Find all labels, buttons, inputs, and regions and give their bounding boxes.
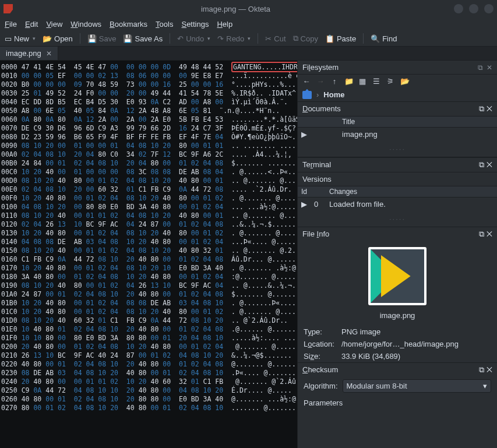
back-icon[interactable]: ←: [302, 77, 311, 86]
separator: [363, 33, 364, 44]
undo-button[interactable]: ↶ Undo ▾: [177, 34, 210, 43]
menu-file[interactable]: File: [5, 20, 17, 29]
chevron-down-icon[interactable]: ▾: [33, 36, 36, 41]
redo-button[interactable]: ↷ Redo ▾: [217, 34, 251, 43]
size-label: Size:: [304, 352, 341, 361]
document-tab[interactable]: image.png ✕: [0, 47, 58, 60]
chevron-down-icon: ▾: [483, 382, 487, 390]
find-button[interactable]: 🔍 Find: [371, 34, 397, 43]
close-panel-icon[interactable]: ✕: [487, 365, 492, 374]
list-icon[interactable]: ☰: [372, 77, 380, 86]
separator: [258, 33, 258, 44]
maximize-button[interactable]: [469, 4, 478, 13]
saveas-button[interactable]: 💾 Save As: [123, 34, 163, 43]
app-icon: [3, 4, 13, 13]
close-panel-icon[interactable]: ✕: [487, 230, 492, 238]
chevron-right-icon: ›: [316, 90, 319, 99]
type-value: PNG image: [341, 327, 380, 336]
separator: [170, 33, 170, 44]
detach-icon[interactable]: ⧉: [479, 104, 484, 113]
close-tab-icon[interactable]: ✕: [46, 50, 52, 58]
minimize-button[interactable]: [454, 4, 463, 13]
close-window-button[interactable]: [484, 4, 494, 13]
expand-icon[interactable]: ▶: [301, 200, 314, 209]
menu-bookmarks[interactable]: Bookmarks: [110, 20, 147, 29]
close-panel-icon[interactable]: ✕: [487, 160, 492, 169]
detach-icon[interactable]: ⧉: [479, 230, 484, 238]
save-button[interactable]: 💾 Save: [87, 34, 117, 43]
new-folder-icon[interactable]: 📂: [400, 77, 408, 86]
versions-title: Versions: [302, 175, 332, 184]
cut-icon: ✂: [265, 34, 272, 43]
menu-view[interactable]: View: [46, 20, 62, 29]
parameters-label: Parameters: [298, 395, 497, 411]
cut-button[interactable]: ✂ Cut: [265, 34, 285, 43]
path-home[interactable]: Home: [323, 90, 344, 99]
detach-icon[interactable]: ⧉: [479, 365, 484, 374]
menu-windows[interactable]: Windows: [71, 20, 101, 29]
new-icon: ▭: [5, 34, 12, 43]
algorithm-dropdown[interactable]: Modular sum 8-bit ▾: [343, 379, 491, 393]
tree-icon[interactable]: ⚞: [386, 77, 394, 86]
chevron-down-icon[interactable]: ▾: [248, 36, 251, 41]
expand-icon[interactable]: ▶: [301, 130, 314, 139]
hex-editor[interactable]: 0000 47 41 4E 54 45 4E 47 00 00 00 00 0D…: [0, 61, 297, 448]
algorithm-label: Algorithm:: [304, 382, 338, 390]
col-title[interactable]: Title: [339, 117, 358, 127]
location-label: Location:: [304, 340, 341, 348]
document-name: image.png: [342, 130, 378, 139]
new-button[interactable]: ▭ New ▾: [5, 34, 36, 43]
folder-open-icon: 📂: [43, 34, 52, 43]
chevron-down-icon[interactable]: ▾: [207, 36, 210, 41]
close-panel-icon[interactable]: ✕: [487, 64, 492, 72]
paste-icon: 📋: [325, 34, 334, 43]
window-title: image.png — Okteta: [17, 5, 454, 13]
search-icon: 🔍: [371, 34, 380, 43]
fileinfo-title: File Info: [302, 230, 329, 239]
col-changes[interactable]: Changes: [326, 186, 361, 197]
redo-icon: ↷: [217, 34, 224, 43]
version-id: 0: [314, 200, 329, 209]
home-icon[interactable]: [302, 91, 312, 99]
col-id[interactable]: Id: [298, 186, 326, 197]
menu-help[interactable]: Help: [217, 20, 232, 29]
undo-icon: ↶: [177, 34, 184, 43]
folder-icon[interactable]: 📁: [344, 77, 353, 86]
forward-icon[interactable]: →: [316, 77, 325, 86]
documents-title: Documents: [302, 104, 341, 114]
detach-icon[interactable]: ⧉: [479, 160, 484, 169]
separator: [80, 33, 80, 44]
type-label: Type:: [304, 327, 341, 336]
up-icon[interactable]: ↑: [330, 77, 339, 86]
copy-button[interactable]: ⧉ Copy: [293, 34, 318, 43]
version-row[interactable]: ▶ 0 Loaded from file.: [298, 197, 497, 211]
paste-button[interactable]: 📋 Paste: [325, 34, 356, 43]
terminal-title: Terminal: [302, 160, 331, 170]
detach-icon[interactable]: ⧉: [478, 64, 483, 72]
menu-edit[interactable]: Edit: [25, 20, 38, 29]
tab-label: image.png: [6, 49, 41, 58]
document-row[interactable]: ▶ image.png: [298, 128, 497, 141]
menu-tools[interactable]: Tools: [156, 20, 173, 29]
close-panel-icon[interactable]: ✕: [487, 104, 492, 113]
file-name: image.png: [380, 311, 415, 320]
size-value: 33.9 KiB (34,689): [341, 352, 400, 361]
location-value: /home/jorge/for…_head/image.png: [341, 340, 459, 348]
file-thumbnail: [368, 247, 426, 305]
saveas-icon: 💾: [123, 34, 132, 43]
save-icon: 💾: [87, 34, 97, 43]
copy-icon: ⧉: [293, 34, 298, 43]
filesystem-title: Filesystem: [302, 63, 339, 72]
dots: ·····: [298, 211, 497, 227]
menu-settings[interactable]: Settings: [181, 20, 209, 29]
dots: ·····: [298, 141, 497, 157]
grid-icon[interactable]: ▦: [358, 77, 366, 86]
open-button[interactable]: 📂 Open: [43, 34, 73, 43]
checksum-title: Checksum: [302, 365, 338, 375]
version-changes: Loaded from file.: [329, 200, 386, 209]
